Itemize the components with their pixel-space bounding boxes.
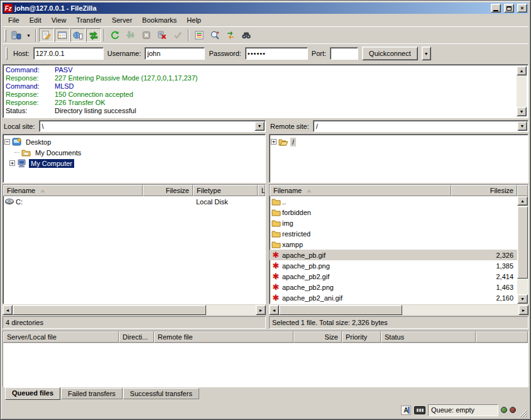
remote-vertical-scrollbar[interactable]: ▲ ▼	[517, 196, 528, 304]
file-row[interactable]: xampp	[270, 239, 517, 250]
username-input[interactable]	[145, 47, 205, 60]
site-manager-dropdown[interactable]: ▼	[25, 28, 33, 42]
queue-body[interactable]	[3, 343, 528, 387]
tab-successful-transfers[interactable]: Successful transfers	[123, 388, 199, 399]
quickconnect-button[interactable]: Quickconnect	[362, 47, 418, 60]
file-row-selected[interactable]: ✱ apache_pb.gif 2,326	[270, 250, 517, 260]
scrollbar-thumb[interactable]	[13, 305, 206, 315]
quickconnect-dropdown[interactable]: ▼	[422, 47, 431, 60]
scroll-right-icon[interactable]: ►	[518, 305, 528, 315]
menu-bookmarks[interactable]: Bookmarks	[137, 15, 182, 25]
menu-transfer[interactable]: Transfer	[71, 15, 107, 25]
maximize-button[interactable]	[504, 4, 514, 13]
scroll-down-icon[interactable]: ▼	[517, 107, 527, 116]
toggle-remote-tree-button[interactable]	[70, 28, 85, 42]
file-row[interactable]: forbidden	[270, 207, 517, 218]
reconnect-button[interactable]	[170, 28, 185, 42]
column-header-remote-file[interactable]: Remote file	[154, 331, 293, 343]
synchronized-browsing-button[interactable]	[223, 28, 238, 42]
file-size: 2,326	[454, 251, 517, 259]
site-manager-button[interactable]	[9, 28, 24, 42]
tree-item-desktop[interactable]: − Desktop	[4, 136, 264, 147]
refresh-button[interactable]	[107, 28, 123, 42]
tree-item-my-computer[interactable]: + My Computer	[4, 158, 264, 169]
ascii-datatype-icon: A	[401, 406, 411, 415]
toggle-message-log-button[interactable]	[39, 28, 54, 42]
column-header-direction[interactable]: Directi...	[119, 331, 154, 343]
title-bar[interactable]: Fz john@127.0.0.1 - FileZilla ×	[3, 3, 528, 14]
find-files-button[interactable]	[239, 28, 254, 42]
port-input[interactable]	[330, 47, 358, 60]
remote-site-combo[interactable]: / ▼	[313, 120, 528, 132]
tab-failed-transfers[interactable]: Failed transfers	[61, 388, 123, 399]
log-scrollbar[interactable]: ▲ ▼	[517, 66, 527, 116]
scroll-right-icon[interactable]: ►	[256, 305, 266, 315]
column-header-filename[interactable]: Filename	[3, 185, 143, 196]
menu-help[interactable]: Help	[182, 15, 206, 25]
scroll-down-icon[interactable]: ▼	[517, 294, 528, 304]
file-row[interactable]: ✱ apache_pb2.gif 2,414	[270, 271, 517, 282]
toolbar-separator	[104, 29, 105, 41]
menu-view[interactable]: View	[47, 15, 72, 25]
column-header-filename[interactable]: Filename	[270, 185, 451, 196]
local-tree: − Desktop My Documents +	[3, 134, 266, 183]
column-header-status[interactable]: Status	[381, 331, 476, 343]
file-row[interactable]: ..	[270, 196, 517, 207]
file-row[interactable]: restricted	[270, 228, 517, 239]
file-row[interactable]: img	[270, 218, 517, 228]
file-row[interactable]: ✱ apache_pb2.png 1,463	[270, 282, 517, 292]
column-header-size[interactable]: Size	[293, 331, 342, 343]
port-label: Port:	[312, 50, 326, 57]
remote-horizontal-scrollbar[interactable]: ◄ ►	[269, 305, 528, 315]
combo-dropdown-icon[interactable]: ▼	[517, 121, 527, 131]
file-row[interactable]: ✱ apache_pb.png 1,385	[270, 260, 517, 271]
local-site-label: Local site:	[3, 123, 36, 130]
minimize-button[interactable]	[491, 4, 501, 13]
local-list-body: C: Local Disk	[3, 196, 265, 304]
local-site-combo[interactable]: \ ▼	[39, 120, 266, 132]
column-header-server-local-file[interactable]: Server/Local file	[3, 331, 119, 343]
column-header-priority[interactable]: Priority	[342, 331, 381, 343]
toggle-local-tree-button[interactable]	[55, 28, 70, 42]
menu-file[interactable]: File	[3, 15, 25, 25]
file-name: apache_pb.gif	[282, 251, 454, 259]
local-horizontal-scrollbar[interactable]: ◄ ►	[3, 305, 266, 315]
quickconnect-grip[interactable]	[6, 47, 8, 60]
password-input[interactable]	[245, 47, 308, 60]
expand-icon[interactable]: +	[9, 160, 15, 166]
scroll-left-icon[interactable]: ◄	[269, 305, 279, 315]
process-queue-button[interactable]	[123, 28, 138, 42]
scrollbar-thumb[interactable]	[279, 305, 402, 315]
collapse-icon[interactable]: −	[4, 139, 10, 145]
filezilla-window: Fz john@127.0.0.1 - FileZilla × File Edi…	[0, 0, 531, 420]
scroll-up-icon[interactable]: ▲	[517, 66, 527, 75]
scrollbar-thumb[interactable]	[517, 206, 528, 279]
cancel-button[interactable]	[139, 28, 154, 42]
scroll-left-icon[interactable]: ◄	[3, 305, 13, 315]
resize-grip[interactable]	[518, 409, 527, 417]
tree-item-root[interactable]: + /	[271, 136, 527, 147]
column-header-filesize[interactable]: Filesize	[143, 185, 193, 196]
menu-server[interactable]: Server	[107, 15, 137, 25]
directory-comparison-button[interactable]	[207, 28, 222, 42]
expand-icon[interactable]: +	[271, 139, 276, 145]
speed-limit-indicator[interactable]	[414, 405, 425, 416]
toolbar-grip[interactable]	[4, 29, 6, 41]
data-type-indicator[interactable]: A	[400, 405, 412, 416]
remote-site-label: Remote site:	[269, 123, 310, 130]
disconnect-button[interactable]	[155, 28, 170, 42]
combo-dropdown-icon[interactable]: ▼	[255, 121, 265, 131]
column-header-filesize[interactable]: Filesize	[451, 185, 517, 196]
scroll-up-icon[interactable]: ▲	[517, 196, 528, 206]
column-header-filetype[interactable]: Filetype	[193, 185, 258, 196]
file-row-c-drive[interactable]: C: Local Disk	[3, 196, 265, 207]
directory-filters-button[interactable]	[192, 28, 207, 42]
toggle-transfer-queue-button[interactable]	[86, 28, 101, 42]
tab-queued-files[interactable]: Queued files	[5, 387, 60, 400]
tree-item-my-documents[interactable]: My Documents	[4, 147, 264, 158]
column-header-lastmodified[interactable]: L	[258, 185, 265, 196]
close-button[interactable]: ×	[517, 4, 527, 13]
host-input[interactable]	[33, 47, 104, 60]
menu-edit[interactable]: Edit	[25, 15, 47, 25]
file-row[interactable]: ✱ apache_pb2_ani.gif 2,160	[270, 292, 517, 303]
